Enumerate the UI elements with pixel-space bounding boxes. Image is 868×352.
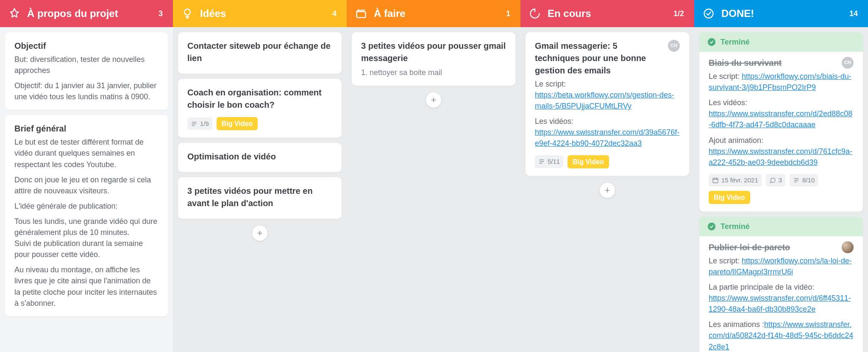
tag-big-video[interactable]: Big Video: [709, 191, 750, 204]
column-count: 4: [332, 9, 337, 18]
card-title: Publier loi de pareto: [709, 241, 837, 254]
done-status-bar: Terminé: [699, 217, 863, 236]
column-title: À propos du projet: [27, 8, 152, 20]
svg-point-2: [704, 9, 713, 18]
card-title: Coach en organisation: comment choisir l…: [187, 87, 332, 111]
done-label: Terminé: [721, 36, 750, 47]
date-chip: 15 févr. 2021: [709, 174, 762, 187]
script-link[interactable]: https://beta.workflowy.com/s/gestion-des…: [535, 91, 674, 110]
lightbulb-icon: [181, 8, 193, 20]
card-title: 3 petites vidéos pour pousser gmail mess…: [361, 40, 506, 64]
card-text: Au niveau du montage, on affiche les liv…: [14, 264, 159, 308]
column-header-inprogress[interactable]: En cours 1/2: [520, 0, 694, 27]
svg-rect-1: [357, 11, 366, 17]
comments-chip: 3: [766, 174, 785, 187]
add-card-button[interactable]: +: [426, 92, 441, 108]
card-brief[interactable]: Brief général Le but est de tester diffé…: [5, 115, 168, 316]
column-body-todo: 3 petites vidéos pour pousser gmail mess…: [347, 27, 520, 352]
column-count: 3: [159, 9, 163, 18]
column-body-done: Terminé Biais du survivant CH Le script:…: [694, 27, 868, 352]
videos-link[interactable]: https://www.swisstransfer.com/d/39a5676f…: [535, 128, 679, 148]
card-text: But: diversification, tester de nouvelle…: [14, 54, 159, 76]
column-header-ideas[interactable]: Idées 4: [173, 0, 347, 27]
videos-link[interactable]: https://www.swisstransfer.com/d/2ed88c08…: [709, 109, 852, 129]
script-label: Le script:: [709, 72, 740, 81]
column-count: 14: [849, 9, 858, 18]
svg-point-3: [708, 38, 715, 46]
column-title: En cours: [548, 8, 667, 20]
card-text: Le but est de tester différent format de…: [14, 137, 159, 170]
add-card-button[interactable]: +: [600, 183, 615, 198]
card-title: Contacter siteweb pour échange de lien: [187, 40, 332, 64]
card-title: Gmail messagerie: 5 techniques pour une …: [535, 40, 664, 77]
column-header-about[interactable]: À propos du projet 3: [0, 0, 173, 27]
card-idea[interactable]: 3 petites vidéos pour mettre en avant le…: [178, 177, 342, 219]
card-text: Objectif: du 1 janvier au 31 janvier, pu…: [14, 80, 159, 102]
part-label: La partie principale de la vidéo:: [709, 283, 814, 291]
card-text: Donc on joue le jeu et on regarde si cel…: [14, 174, 159, 196]
card-title: Biais du survivant: [709, 57, 837, 69]
column-body-inprogress: Gmail messagerie: 5 techniques pour une …: [520, 27, 694, 352]
card-meta: 15 févr. 2021 3 8/10 Big Video: [709, 174, 854, 204]
card-title: Objectif: [14, 40, 159, 52]
card-subline: 1. nettoyer sa boite mail: [361, 67, 506, 78]
tag-big-video[interactable]: Big Video: [568, 155, 609, 168]
card-inprogress[interactable]: Gmail messagerie: 5 techniques pour une …: [526, 32, 689, 176]
column-body-ideas: Contacter siteweb pour échange de lien C…: [173, 27, 347, 352]
column-header-done[interactable]: DONE! 14: [694, 0, 868, 27]
column-about: À propos du projet 3 Objectif But: diver…: [0, 0, 173, 352]
card-title: 3 petites vidéos pour mettre en avant le…: [187, 185, 332, 210]
done-status-bar: Terminé: [699, 32, 863, 52]
script-label: Le script:: [535, 80, 566, 88]
progress-chip: 1/9: [187, 117, 212, 130]
card-done[interactable]: Terminé Publier loi de pareto Le script:…: [699, 217, 863, 352]
progress-chip: 5/11: [535, 155, 563, 168]
anim-link[interactable]: https://www.swisstransfer.com/d/761cfc9a…: [709, 147, 852, 167]
videos-label: Les vidéos:: [535, 117, 573, 126]
column-done: DONE! 14 Terminé Biais du survivant CH L…: [694, 0, 868, 352]
progress-chip: 8/10: [790, 174, 818, 187]
column-count: 1: [506, 9, 510, 18]
card-meta: 1/9 Big Video: [187, 117, 332, 130]
column-title: Idées: [200, 8, 326, 20]
card-title: Optimisation de vidéo: [187, 151, 332, 163]
anim-label: Ajout animation:: [709, 136, 763, 145]
done-label: Terminé: [721, 221, 750, 232]
check-icon: [703, 8, 715, 20]
column-header-todo[interactable]: À faire 1: [347, 0, 520, 27]
add-card-button[interactable]: +: [252, 226, 267, 241]
svg-point-0: [184, 9, 190, 15]
column-title: DONE!: [721, 8, 843, 20]
column-body-about: Objectif But: diversification, tester de…: [0, 27, 173, 352]
card-meta: 5/11 Big Video: [535, 155, 680, 168]
avatar[interactable]: [842, 241, 854, 253]
card-title: Brief général: [14, 123, 159, 135]
svg-point-5: [708, 223, 715, 230]
card-done[interactable]: Terminé Biais du survivant CH Le script:…: [699, 32, 863, 212]
script-label: Le script:: [709, 257, 740, 265]
card-text: Tous les lundis, une grande vidéo qui du…: [14, 216, 159, 260]
column-ideas: Idées 4 Contacter siteweb pour échange d…: [173, 0, 347, 352]
svg-rect-4: [713, 178, 718, 183]
card-idea[interactable]: Contacter siteweb pour échange de lien: [178, 32, 342, 74]
progress-icon: [529, 8, 541, 20]
clapper-icon: [355, 8, 367, 20]
pin-icon: [8, 8, 20, 20]
tag-big-video[interactable]: Big Video: [217, 117, 258, 130]
column-count: 1/2: [673, 9, 684, 18]
anim-label: Les animations :: [709, 320, 764, 329]
kanban-board: À propos du projet 3 Objectif But: diver…: [0, 0, 868, 352]
card-objectif[interactable]: Objectif But: diversification, tester de…: [5, 32, 168, 110]
column-title: À faire: [374, 8, 499, 20]
card-idea[interactable]: Coach en organisation: comment choisir l…: [178, 79, 342, 138]
avatar[interactable]: CH: [668, 40, 680, 52]
column-todo: À faire 1 3 petites vidéos pour pousser …: [347, 0, 520, 352]
card-todo[interactable]: 3 petites vidéos pour pousser gmail mess…: [352, 32, 515, 86]
card-idea[interactable]: Optimisation de vidéo: [178, 143, 342, 172]
videos-label: Les vidéos:: [709, 98, 747, 107]
avatar[interactable]: CH: [842, 57, 854, 69]
card-text: L'idée générale de publication:: [14, 201, 159, 212]
part-link[interactable]: https://www.swisstransfer.com/d/6ff45311…: [709, 294, 851, 313]
column-inprogress: En cours 1/2 Gmail messagerie: 5 techniq…: [520, 0, 694, 352]
